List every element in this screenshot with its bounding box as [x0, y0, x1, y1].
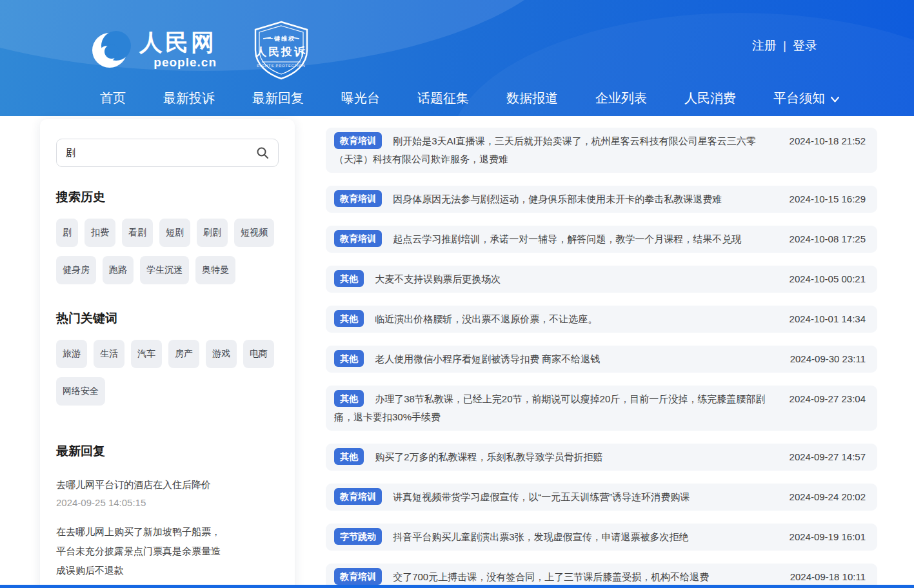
- search-history-tags: 剧 扣费 看剧 短剧 刷剧 短视频 健身房 跑路 学生沉迷 奥特曼: [56, 219, 279, 284]
- logo-subtitle: people.cn: [139, 55, 217, 70]
- complaint-date: 2024-09-19 16:01: [790, 528, 866, 546]
- complaint-text: 抖音平台购买儿童剧演出票3张，发现虚假宣传，申请退票被多次拒绝: [393, 531, 688, 542]
- nav-item[interactable]: 最新投诉: [163, 90, 215, 107]
- category-badge: 教育培训: [334, 230, 382, 247]
- complaint-text: 因身体原因无法参与剧烈运动，健身俱乐部未使用未开卡的拳击私教课退费难: [393, 193, 722, 204]
- keyword-tag[interactable]: 刷剧: [197, 219, 228, 247]
- hot-keywords-title: 热门关键词: [56, 310, 279, 327]
- reply-text: 去哪儿网平台订的酒店在入住后降价: [56, 475, 226, 495]
- nav-item-label: 人民消费: [684, 90, 736, 107]
- category-badge: 其他: [334, 350, 364, 367]
- category-badge: 教育培训: [334, 132, 382, 149]
- complaint-item[interactable]: 2024-09-19 16:01 字节跳动 抖音平台购买儿童剧演出票3张，发现虚…: [326, 524, 877, 551]
- nav-item[interactable]: 曝光台: [341, 90, 380, 107]
- reply-item[interactable]: 去哪儿网平台订的酒店在入住后降价 2024-09-25 14:05:15: [56, 475, 279, 508]
- search-history-title: 搜索历史: [56, 189, 279, 206]
- nav-item-label: 最新回复: [252, 90, 304, 107]
- auth-links: 注册|登录: [752, 37, 817, 54]
- keyword-tag[interactable]: 剧: [56, 219, 78, 247]
- complaint-date: 2024-10-08 17:25: [790, 230, 866, 248]
- nav-item[interactable]: 最新回复: [252, 90, 304, 107]
- keyword-tag[interactable]: 电商: [243, 340, 274, 368]
- complaint-item[interactable]: 2024-10-08 17:25 教育培训 起点云学习推剧培训，承诺一对一辅导，…: [326, 226, 877, 253]
- nav-item[interactable]: 平台须知: [773, 90, 840, 107]
- complaint-item[interactable]: 2024-10-15 16:29 教育培训 因身体原因无法参与剧烈运动，健身俱乐…: [326, 186, 877, 213]
- category-badge: 字节跳动: [334, 528, 382, 545]
- category-badge: 其他: [334, 390, 364, 407]
- sidebar: 搜索历史 剧 扣费 看剧 短剧 刷剧 短视频 健身房 跑路 学生沉迷 奥特曼 热…: [40, 119, 295, 588]
- complaint-item[interactable]: 2024-09-24 20:02 教育培训 讲真短视频带货学习虚假宣传，以“一元…: [326, 484, 877, 511]
- complaint-date: 2024-10-05 00:21: [790, 270, 866, 288]
- complaint-text: 老人使用微信小程序看短剧被诱导扣费 商家不给退钱: [375, 353, 600, 364]
- auth-divider: |: [783, 39, 786, 52]
- logo-title: 人民网: [139, 31, 217, 54]
- chevron-down-icon: [830, 96, 840, 103]
- register-link[interactable]: 注册: [752, 39, 777, 52]
- latest-replies-title: 最新回复: [56, 443, 279, 460]
- reply-item[interactable]: 在去哪儿网上购买了新加坡鸭子船票，平台未充分披露景点门票真是余票量造成误购后不退…: [56, 522, 279, 588]
- complaint-list: 2024-10-18 21:52 教育培训 刚开始是3天AI直播课，三天后就开始…: [326, 116, 877, 588]
- shield-top-label: 一键维权: [267, 35, 295, 42]
- nav-item-label: 曝光台: [341, 90, 380, 107]
- main-nav: 首页 最新投诉 最新回复 曝光台 话题征集 数据报道 企业列表: [100, 90, 840, 107]
- keyword-tag[interactable]: 网络安全: [56, 377, 105, 406]
- category-badge: 其他: [334, 310, 364, 327]
- complaint-date: 2024-09-24 20:02: [790, 488, 866, 506]
- keyword-tag[interactable]: 房产: [168, 340, 199, 368]
- login-link[interactable]: 登录: [793, 39, 817, 52]
- nav-item[interactable]: 数据报道: [506, 90, 558, 107]
- complaint-text: 起点云学习推剧培训，承诺一对一辅导，解答问题，教学一个月课程，结果不兑现: [393, 233, 741, 244]
- keyword-tag[interactable]: 看剧: [122, 219, 153, 247]
- keyword-tag[interactable]: 跑路: [103, 256, 134, 284]
- search-box: [56, 139, 279, 167]
- complaint-text: 大麦不支持误购票后更换场次: [375, 273, 501, 284]
- keyword-tag[interactable]: 短剧: [159, 219, 190, 247]
- complaint-date: 2024-09-30 23:11: [790, 350, 866, 368]
- complaint-item[interactable]: 2024-10-05 00:21 其他 大麦不支持误购票后更换场次: [326, 266, 877, 293]
- people-cn-logo-icon[interactable]: [90, 30, 132, 71]
- category-badge: 教育培训: [334, 568, 382, 585]
- keyword-tag[interactable]: 学生沉迷: [140, 256, 189, 284]
- keyword-tag[interactable]: 游戏: [206, 340, 237, 368]
- complaint-date: 2024-10-18 21:52: [790, 132, 866, 150]
- complaint-item[interactable]: 2024-09-27 23:04 其他 办理了38节私教课，已经上完20节，前期…: [326, 386, 877, 431]
- keyword-tag[interactable]: 扣费: [84, 219, 115, 247]
- category-badge: 教育培训: [334, 190, 382, 207]
- complaint-shield-icon: 一键维权 人民投诉 RIGHTS PROTECTION: [248, 19, 315, 81]
- keyword-tag[interactable]: 健身房: [56, 256, 96, 284]
- complaint-text: 办理了38节私教课，已经上完20节，前期说可以瘦掉20斤，目前一斤没掉，练完膝盖…: [334, 393, 765, 422]
- complaint-date: 2024-09-27 14:57: [790, 448, 866, 466]
- keyword-tag[interactable]: 汽车: [131, 340, 162, 368]
- keyword-tag[interactable]: 旅游: [56, 340, 87, 368]
- nav-item-label: 平台须知: [773, 90, 825, 107]
- nav-item-label: 首页: [100, 90, 126, 107]
- category-badge: 其他: [334, 448, 364, 465]
- logo-text[interactable]: 人民网 people.cn: [139, 31, 217, 70]
- nav-item-label: 最新投诉: [163, 90, 215, 107]
- complaint-item[interactable]: 2024-10-01 14:34 其他 临近演出价格腰斩，没出票不退原价票，不让…: [326, 306, 877, 333]
- complaint-item[interactable]: 2024-10-18 21:52 教育培训 刚开始是3天AI直播课，三天后就开始…: [326, 128, 877, 173]
- category-badge: 其他: [334, 270, 364, 287]
- nav-item[interactable]: 首页: [100, 90, 126, 107]
- complaint-date: 2024-09-27 23:04: [790, 390, 866, 408]
- complaint-text: 讲真短视频带货学习虚假宣传，以“一元五天训练营”诱导连环消费购课: [393, 491, 690, 502]
- complaint-date: 2024-10-01 14:34: [790, 310, 866, 328]
- search-input[interactable]: [66, 148, 256, 159]
- nav-item[interactable]: 话题征集: [417, 90, 469, 107]
- complaint-text: 刚开始是3天AI直播课，三天后就开始卖课了，杭州星客云科技有限公司星客云三六零（…: [334, 135, 756, 164]
- keyword-tag[interactable]: 短视频: [234, 219, 274, 247]
- page-body: 搜索历史 剧 扣费 看剧 短剧 刷剧 短视频 健身房 跑路 学生沉迷 奥特曼 热…: [0, 116, 914, 588]
- keyword-tag[interactable]: 生活: [94, 340, 124, 368]
- complaint-item[interactable]: 2024-09-30 23:11 其他 老人使用微信小程序看短剧被诱导扣费 商家…: [326, 346, 877, 373]
- footer-strip: [0, 585, 914, 588]
- complaint-text: 交了700元上搏击课，没有签合同，上了三节课后膝盖受损，机构不给退费: [393, 571, 709, 582]
- complaint-item[interactable]: 2024-09-27 14:57 其他 购买了2万多的私教课程，乐刻私教导致学员…: [326, 444, 877, 471]
- latest-replies-list: 去哪儿网平台订的酒店在入住后降价 2024-09-25 14:05:15 在去哪…: [56, 475, 279, 588]
- nav-item[interactable]: 企业列表: [595, 90, 647, 107]
- keyword-tag[interactable]: 奥特曼: [195, 256, 235, 284]
- nav-item-label: 数据报道: [506, 90, 558, 107]
- search-icon[interactable]: [256, 146, 269, 159]
- complaint-date: 2024-10-15 16:29: [790, 190, 866, 208]
- hot-keyword-tags: 旅游 生活 汽车 房产 游戏 电商 网络安全: [56, 340, 279, 406]
- nav-item[interactable]: 人民消费: [684, 90, 736, 107]
